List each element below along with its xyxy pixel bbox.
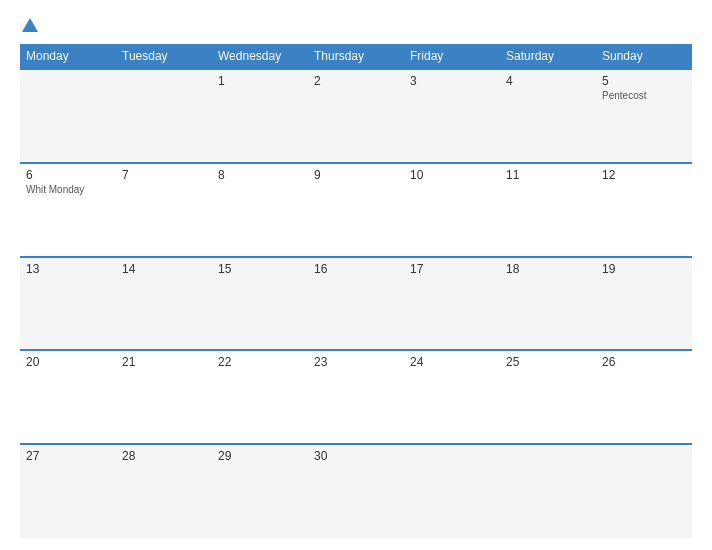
calendar-header: [20, 18, 692, 34]
day-number: 22: [218, 355, 302, 369]
calendar-tbody: 12345Pentecost6Whit Monday78910111213141…: [20, 69, 692, 538]
col-header-sunday: Sunday: [596, 44, 692, 69]
calendar-cell: [20, 69, 116, 163]
calendar-week-row: 12345Pentecost: [20, 69, 692, 163]
col-header-wednesday: Wednesday: [212, 44, 308, 69]
day-number: 4: [506, 74, 590, 88]
day-number: 8: [218, 168, 302, 182]
logo-block: [20, 18, 38, 34]
day-number: 16: [314, 262, 398, 276]
calendar-week-row: 20212223242526: [20, 350, 692, 444]
calendar-week-row: 13141516171819: [20, 257, 692, 351]
calendar-thead: MondayTuesdayWednesdayThursdayFridaySatu…: [20, 44, 692, 69]
day-number: 6: [26, 168, 110, 182]
calendar-cell: 7: [116, 163, 212, 257]
calendar-cell: 6Whit Monday: [20, 163, 116, 257]
day-number: 7: [122, 168, 206, 182]
day-number: 21: [122, 355, 206, 369]
calendar-week-row: 6Whit Monday789101112: [20, 163, 692, 257]
day-number: 20: [26, 355, 110, 369]
day-number: 12: [602, 168, 686, 182]
calendar-cell: 10: [404, 163, 500, 257]
day-number: 14: [122, 262, 206, 276]
calendar-cell: 28: [116, 444, 212, 538]
day-number: 3: [410, 74, 494, 88]
day-number: 2: [314, 74, 398, 88]
col-header-monday: Monday: [20, 44, 116, 69]
day-number: 11: [506, 168, 590, 182]
calendar-cell: 27: [20, 444, 116, 538]
calendar-cell: 3: [404, 69, 500, 163]
calendar-cell: 25: [500, 350, 596, 444]
calendar-cell: 22: [212, 350, 308, 444]
calendar-cell: 29: [212, 444, 308, 538]
calendar-header-row: MondayTuesdayWednesdayThursdayFridaySatu…: [20, 44, 692, 69]
day-number: 5: [602, 74, 686, 88]
day-event: Whit Monday: [26, 184, 110, 195]
calendar-cell: [116, 69, 212, 163]
day-number: 15: [218, 262, 302, 276]
calendar-cell: 18: [500, 257, 596, 351]
day-event: Pentecost: [602, 90, 686, 101]
day-number: 9: [314, 168, 398, 182]
day-number: 18: [506, 262, 590, 276]
calendar-week-row: 27282930: [20, 444, 692, 538]
calendar-table: MondayTuesdayWednesdayThursdayFridaySatu…: [20, 44, 692, 538]
calendar-cell: 20: [20, 350, 116, 444]
calendar-cell: [404, 444, 500, 538]
calendar-cell: 14: [116, 257, 212, 351]
day-number: 30: [314, 449, 398, 463]
calendar-cell: 1: [212, 69, 308, 163]
calendar-cell: 16: [308, 257, 404, 351]
calendar-cell: 23: [308, 350, 404, 444]
col-header-tuesday: Tuesday: [116, 44, 212, 69]
day-number: 23: [314, 355, 398, 369]
calendar-cell: 24: [404, 350, 500, 444]
calendar-cell: 11: [500, 163, 596, 257]
day-number: 28: [122, 449, 206, 463]
calendar-cell: 2: [308, 69, 404, 163]
calendar-cell: 5Pentecost: [596, 69, 692, 163]
calendar-page: MondayTuesdayWednesdayThursdayFridaySatu…: [0, 0, 712, 550]
logo: [20, 18, 38, 34]
calendar-cell: 26: [596, 350, 692, 444]
calendar-cell: 9: [308, 163, 404, 257]
calendar-cell: 19: [596, 257, 692, 351]
calendar-cell: [596, 444, 692, 538]
calendar-cell: 21: [116, 350, 212, 444]
day-number: 29: [218, 449, 302, 463]
calendar-cell: 30: [308, 444, 404, 538]
col-header-saturday: Saturday: [500, 44, 596, 69]
calendar-cell: 13: [20, 257, 116, 351]
day-number: 17: [410, 262, 494, 276]
col-header-thursday: Thursday: [308, 44, 404, 69]
day-number: 24: [410, 355, 494, 369]
logo-triangle-icon: [22, 18, 38, 32]
day-number: 13: [26, 262, 110, 276]
col-header-friday: Friday: [404, 44, 500, 69]
calendar-cell: 15: [212, 257, 308, 351]
day-number: 25: [506, 355, 590, 369]
calendar-cell: 4: [500, 69, 596, 163]
day-number: 19: [602, 262, 686, 276]
calendar-cell: 8: [212, 163, 308, 257]
calendar-cell: 17: [404, 257, 500, 351]
day-number: 10: [410, 168, 494, 182]
day-number: 26: [602, 355, 686, 369]
calendar-cell: [500, 444, 596, 538]
day-number: 1: [218, 74, 302, 88]
day-number: 27: [26, 449, 110, 463]
calendar-cell: 12: [596, 163, 692, 257]
